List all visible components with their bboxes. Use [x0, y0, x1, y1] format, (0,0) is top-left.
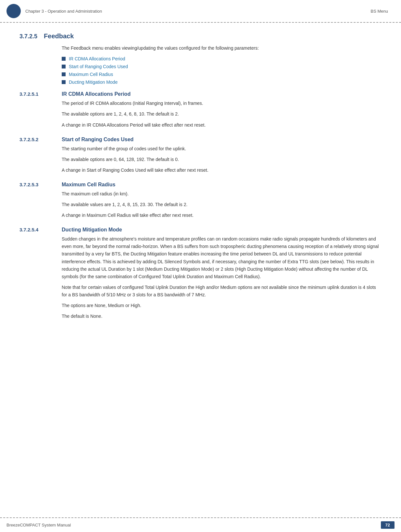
subsection-header-37251: 3.7.2.5.1 IR CDMA Allocations Period [19, 91, 382, 97]
subsection-para: Sudden changes in the atmosphere's moist… [62, 235, 382, 280]
section-heading: Feedback [44, 32, 74, 40]
bullet-link-ducting[interactable]: Ducting Mitigation Mode [69, 80, 118, 85]
bullet-link-max-cell[interactable]: Maximum Cell Radius [69, 72, 113, 77]
subsection-para: The period of IR CDMA allocations (Initi… [62, 100, 382, 107]
page-header: Chapter 3 - Operation and Administration… [0, 0, 401, 23]
bullet-icon [62, 65, 66, 68]
subsection-header-37252: 3.7.2.5.2 Start of Ranging Codes Used [19, 137, 382, 142]
subsection-title-37253: Maximum Cell Radius [62, 182, 115, 188]
footer-page-number: 72 [381, 521, 395, 529]
subsection-37254: 3.7.2.5.4 Ducting Mitigation Mode Sudden… [19, 227, 382, 320]
subsection-para: A change in Maximum Cell Radius will tak… [62, 212, 382, 219]
subsection-para: A change in Start of Ranging Codes Used … [62, 167, 382, 174]
list-item: Ducting Mitigation Mode [62, 80, 382, 85]
subsection-body-37251: The period of IR CDMA allocations (Initi… [62, 100, 382, 129]
subsection-para: A change in IR CDMA Allocations Period w… [62, 121, 382, 129]
subsection-37251: 3.7.2.5.1 IR CDMA Allocations Period The… [19, 91, 382, 129]
subsection-number-37252: 3.7.2.5.2 [19, 137, 55, 142]
subsection-body-37252: The starting number of the group of code… [62, 145, 382, 174]
subsection-para: The options are None, Medium or High. [62, 302, 382, 309]
bullet-icon [62, 57, 66, 61]
list-item: Maximum Cell Radius [62, 72, 382, 77]
bullet-link-start-ranging[interactable]: Start of Ranging Codes Used [69, 64, 128, 69]
subsection-body-37253: The maximum cell radius (in km). The ava… [62, 190, 382, 219]
subsection-37253: 3.7.2.5.3 Maximum Cell Radius The maximu… [19, 182, 382, 219]
subsection-para: The available options are 0, 64, 128, 19… [62, 156, 382, 163]
page-footer: BreezeCOMPACT System Manual 72 [0, 517, 401, 532]
list-item: IR CDMA Allocations Period [62, 56, 382, 61]
list-item: Start of Ranging Codes Used [62, 64, 382, 69]
chapter-label: Chapter 3 - Operation and Administration [25, 9, 102, 14]
subsection-para: The default is None. [62, 313, 382, 320]
bullet-icon [62, 80, 66, 84]
subsection-title-37254: Ducting Mitigation Mode [62, 227, 122, 233]
subsection-para: Note that for certain values of configur… [62, 284, 382, 299]
subsection-body-37254: Sudden changes in the atmosphere's moist… [62, 235, 382, 320]
subsection-para: The available options are 1, 2, 4, 6, 8,… [62, 110, 382, 118]
footer-brand: BreezeCOMPACT System Manual [6, 523, 71, 527]
bullet-list: IR CDMA Allocations Period Start of Rang… [62, 56, 382, 85]
subsection-para: The available values are 1, 2, 4, 8, 15,… [62, 201, 382, 208]
bullet-link-ir-cdma[interactable]: IR CDMA Allocations Period [69, 56, 125, 61]
subsection-number-37253: 3.7.2.5.3 [19, 182, 55, 187]
intro-paragraph: The Feedback menu enables viewing/updati… [62, 44, 382, 52]
logo-circle [6, 4, 21, 18]
subsection-para: The starting number of the group of code… [62, 145, 382, 153]
subsection-number-37251: 3.7.2.5.1 [19, 91, 55, 97]
subsection-header-37254: 3.7.2.5.4 Ducting Mitigation Mode [19, 227, 382, 233]
subsection-para: The maximum cell radius (in km). [62, 190, 382, 198]
subsection-header-37253: 3.7.2.5.3 Maximum Cell Radius [19, 182, 382, 188]
subsection-number-37254: 3.7.2.5.4 [19, 227, 55, 232]
bullet-icon [62, 72, 66, 76]
section-title-3725: 3.7.2.5 Feedback [19, 32, 382, 40]
main-content: 3.7.2.5 Feedback The Feedback menu enabl… [0, 23, 401, 354]
subsection-title-37252: Start of Ranging Codes Used [62, 137, 133, 142]
subsection-title-37251: IR CDMA Allocations Period [62, 91, 131, 97]
section-label: BS Menu [371, 9, 388, 14]
section-number: 3.7.2.5 [19, 33, 37, 40]
subsection-37252: 3.7.2.5.2 Start of Ranging Codes Used Th… [19, 137, 382, 174]
header-left: Chapter 3 - Operation and Administration [6, 4, 102, 18]
